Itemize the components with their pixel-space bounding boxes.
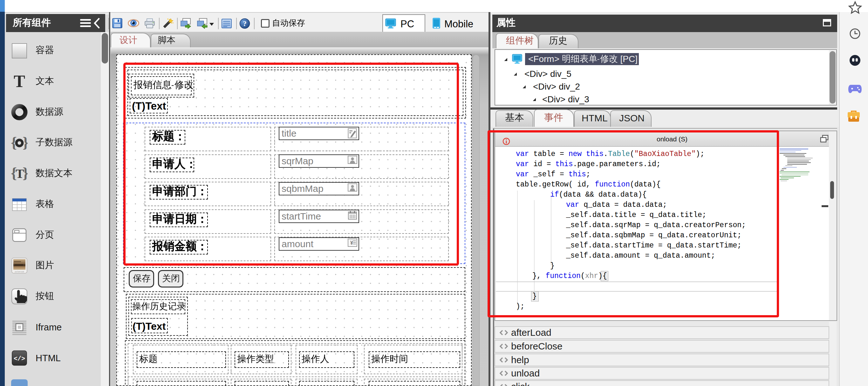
svg-text:polaroid: polaroid [15, 271, 24, 273]
svg-text:?: ? [243, 20, 247, 28]
svg-text:T: T [16, 166, 24, 181]
svg-text:</>: </> [14, 355, 25, 362]
